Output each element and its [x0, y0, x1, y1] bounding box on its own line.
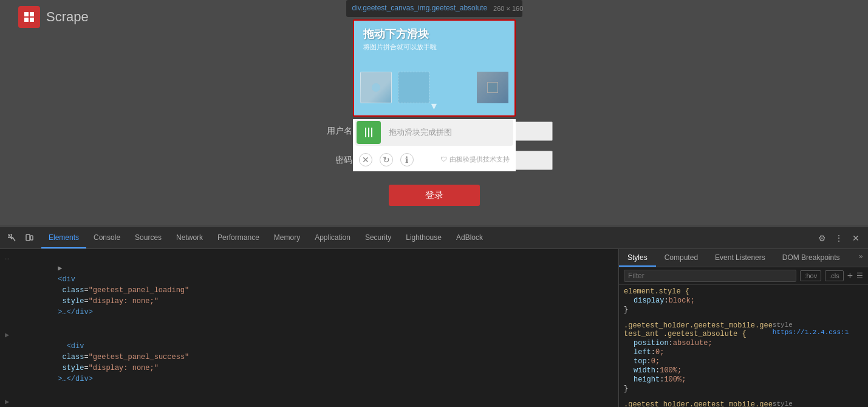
css-colon: :: [651, 348, 655, 357]
tab-network[interactable]: Network: [169, 227, 210, 248]
css-value: 0;: [651, 357, 660, 366]
device-icon[interactable]: [22, 231, 36, 245]
css-value: block;: [669, 296, 695, 305]
tab-event-listeners[interactable]: Event Listeners: [706, 249, 774, 267]
css-selector-block: .geetest_holder.geetest_mobile.gee test_…: [624, 321, 773, 338]
css-value: absolute;: [673, 339, 713, 347]
html-line[interactable]: ▶ <div class="geetest_panel_error" style…: [0, 396, 618, 407]
css-rules-content[interactable]: element.style { display : block; }: [619, 285, 868, 407]
css-colon: :: [660, 375, 664, 384]
css-selector: element.style {: [624, 287, 689, 296]
css-property: display: [634, 296, 664, 305]
css-rule-body: display : block;: [624, 296, 863, 305]
css-property-line[interactable]: left : 0;: [634, 348, 863, 357]
tab-elements[interactable]: Elements: [41, 227, 86, 248]
css-closing-brace: }: [624, 306, 628, 314]
html-content: <div class="geetest_panel_error" style="…: [14, 397, 180, 407]
css-rule-body-2: position : absolute; left : 0; top :: [624, 339, 863, 384]
slider-handle[interactable]: [357, 121, 381, 144]
css-rule-selector-line-3: .geetest_holder.geetest_mobile.gee test_…: [624, 400, 863, 407]
captcha-header-text: 拖动下方滑块: [363, 27, 429, 41]
tab-security[interactable]: Security: [358, 227, 398, 248]
css-property: height: [634, 375, 660, 384]
slider-handle-lines: [365, 128, 372, 137]
devtools-icons-right: ⚙ ⋮ ✕: [810, 231, 868, 245]
devtools-content: … ▶ <div class="geetest_panel_loading" s…: [0, 249, 868, 407]
css-rule-element-style: element.style { display : block; }: [624, 287, 863, 314]
captcha-brand-text: 由极验提供技术支持: [449, 156, 510, 163]
slider-widget[interactable]: 拖动滑块完成拼图 ✕ ↻ ℹ 🛡 由极验提供技术支持: [353, 119, 516, 171]
styles-tab-spacer: [848, 249, 853, 267]
css-property-line[interactable]: height : 100%;: [634, 375, 863, 384]
captcha-brand-shield: 🛡: [440, 156, 447, 163]
html-line[interactable]: ▶ <div class="geetest_panel_success" sty…: [0, 329, 618, 396]
slider-track[interactable]: 拖动滑块完成拼图: [355, 119, 513, 146]
puzzle-area: [360, 72, 508, 103]
tab-memory[interactable]: Memory: [267, 227, 307, 248]
close-icon[interactable]: ✕: [359, 153, 372, 166]
captcha-image-box[interactable]: 拖动下方滑块 将图片拼合就可以放手啦 ▼: [353, 19, 516, 117]
filter-add-button[interactable]: +: [847, 270, 853, 281]
devtools-settings-icon[interactable]: ⚙: [815, 231, 829, 245]
filter-pseudo-button[interactable]: :hov: [800, 270, 821, 281]
login-button[interactable]: 登录: [389, 185, 480, 206]
devtools-panel: Elements Console Sources Network Perform…: [0, 225, 868, 407]
css-property-line[interactable]: position : absolute;: [634, 339, 863, 347]
slider-line-3: [371, 128, 372, 137]
tab-sources[interactable]: Sources: [128, 227, 169, 248]
captcha-element-size: 260 × 160: [493, 5, 523, 12]
puzzle-target: [477, 72, 508, 103]
captcha-container: div.geetest_canvas_img.geetest_absolute …: [346, 0, 522, 171]
tab-application[interactable]: Application: [307, 227, 358, 248]
devtools-more-icon[interactable]: ⋮: [832, 231, 846, 245]
css-property-line[interactable]: width : 100%;: [634, 366, 863, 375]
styles-chevron-icon[interactable]: »: [853, 249, 868, 264]
captcha-arrow: ▼: [429, 101, 439, 112]
css-closing-brace-2: }: [624, 385, 628, 393]
slider-line-1: [365, 128, 366, 137]
puzzle-missing-slot: [398, 72, 429, 103]
css-value: 100%;: [660, 366, 682, 375]
css-rule-selector-line-2: .geetest_holder.geetest_mobile.gee test_…: [624, 321, 863, 338]
page-background: Scrape 用户名 密码 登录 div.geetest_canvas_img.…: [0, 0, 868, 225]
svg-rect-5: [26, 234, 30, 241]
css-source-3[interactable]: style https://1.2.4.css:1: [773, 400, 863, 407]
tab-computed[interactable]: Computed: [656, 249, 706, 267]
css-property: top: [634, 357, 647, 366]
devtools-toolbar: Elements Console Sources Network Perform…: [0, 227, 868, 249]
html-content: <div class="geetest_panel_success" style…: [14, 330, 189, 395]
info-icon[interactable]: ℹ: [400, 153, 414, 166]
filter-input[interactable]: [624, 270, 796, 282]
filter-cls-button[interactable]: .cls: [825, 270, 844, 281]
tab-performance[interactable]: Performance: [210, 227, 267, 248]
tab-dom-breakpoints[interactable]: DOM Breakpoints: [774, 249, 849, 267]
css-colon: :: [664, 296, 668, 305]
css-property: width: [634, 366, 655, 375]
tab-lighthouse[interactable]: Lighthouse: [398, 227, 449, 248]
css-rule-closing: }: [624, 306, 863, 314]
tab-adblock[interactable]: AdBlock: [449, 227, 490, 248]
slider-text: 拖动滑块完成拼图: [389, 127, 452, 138]
refresh-icon[interactable]: ↻: [380, 153, 393, 166]
gutter: ▶: [5, 397, 9, 407]
html-content: ▶ <div class="geetest_panel_loading" sty…: [14, 252, 189, 329]
css-value: 100%;: [664, 375, 686, 384]
captcha-controls: ✕ ↻ ℹ 🛡 由极验提供技术支持: [353, 148, 516, 171]
filter-bar: :hov .cls + ☰: [619, 267, 868, 285]
styles-panel-tabs: Styles Computed Event Listeners DOM Brea…: [619, 249, 868, 267]
captcha-element-label: div.geetest_canvas_img.geetest_absolute: [352, 4, 488, 13]
inspect-icon[interactable]: [5, 231, 19, 245]
devtools-close-icon[interactable]: ✕: [849, 231, 863, 245]
css-source[interactable]: style https://1.2.4.css:1: [773, 321, 863, 338]
html-line[interactable]: … ▶ <div class="geetest_panel_loading" s…: [0, 251, 618, 329]
html-panel[interactable]: … ▶ <div class="geetest_panel_loading" s…: [0, 249, 619, 407]
tab-styles[interactable]: Styles: [619, 249, 656, 267]
css-property-line[interactable]: top : 0;: [634, 357, 863, 366]
tab-console[interactable]: Console: [86, 227, 128, 248]
css-colon: :: [655, 366, 660, 375]
gutter: ▶: [5, 330, 9, 341]
css-selector-block-3: .geetest_holder.geetest_mobile.gee test_…: [624, 400, 773, 407]
css-rule-holder-ant: .geetest_holder.geetest_mobile.gee test_…: [624, 400, 863, 407]
css-property-line[interactable]: display : block;: [634, 296, 863, 305]
svg-rect-6: [30, 236, 33, 240]
